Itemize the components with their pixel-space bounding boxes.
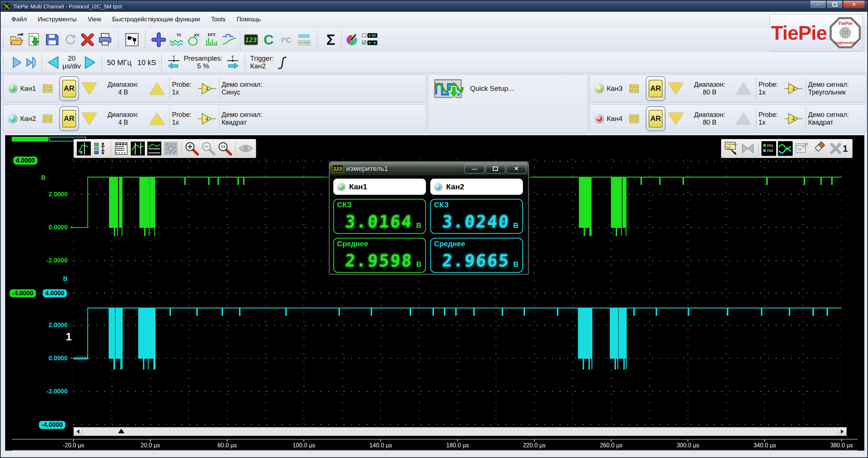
- channel-settings-icon[interactable]: [42, 114, 56, 124]
- range-up-button[interactable]: [736, 83, 751, 94]
- save-button[interactable]: [44, 31, 61, 48]
- toolbar-grip[interactable]: [2, 54, 5, 71]
- title-bar[interactable]: TiePie Multi Channel - Protocol_I2C_5M.t…: [1, 1, 867, 12]
- range-up-button[interactable]: [736, 113, 751, 125]
- zoom-in-button[interactable]: [184, 141, 200, 156]
- zoom-out-button-disabled[interactable]: [201, 141, 216, 156]
- autorange-button[interactable]: AR: [62, 110, 76, 128]
- meter-sink-button[interactable]: 123: [243, 31, 259, 48]
- channel-led[interactable]: [8, 83, 18, 93]
- meter-tab-ch2[interactable]: Кан2: [430, 179, 523, 195]
- refresh-button-disabled[interactable]: [61, 31, 78, 48]
- popout-graph-button-disabled[interactable]: [794, 141, 810, 156]
- meter-window[interactable]: 123 измеритель1 — ✕ Кан1 Кан2 СКЗ 3.0164…: [329, 161, 529, 275]
- menu-instruments[interactable]: Инструменты: [32, 14, 82, 25]
- ch1-axis-tab[interactable]: [12, 137, 49, 142]
- menu-file[interactable]: Файл: [6, 14, 32, 25]
- close-graph-button[interactable]: 1: [827, 141, 850, 156]
- autorange-button[interactable]: AR: [62, 80, 76, 97]
- autorange-button[interactable]: AR: [649, 80, 663, 97]
- xy-graph-button[interactable]: XY: [186, 31, 202, 48]
- load-signal-button[interactable]: [26, 31, 43, 48]
- trigger-level-marker[interactable]: 1: [66, 331, 72, 343]
- ch1-axis-max-badge[interactable]: 4.0000: [13, 157, 37, 165]
- toolbar-grip[interactable]: [2, 31, 5, 48]
- axes-zero-button[interactable]: 0: [76, 141, 92, 156]
- hide-sources-button-disabled[interactable]: [238, 141, 254, 156]
- open-file-button[interactable]: [8, 31, 25, 48]
- channel-led[interactable]: [594, 114, 604, 124]
- meter-minimize-button[interactable]: —: [465, 164, 484, 173]
- toolbar-grip[interactable]: [117, 31, 120, 48]
- timebase-value[interactable]: 20 µs/div: [62, 55, 81, 70]
- legend-button[interactable]: Ch1 Ch2: [761, 141, 776, 156]
- horizontal-cursors-button[interactable]: [147, 141, 162, 156]
- channel-name[interactable]: Кан1: [20, 85, 39, 93]
- object-tree-button[interactable]: [123, 31, 140, 48]
- channel-name[interactable]: Кан4: [607, 115, 626, 123]
- colors-settings-button[interactable]: [344, 31, 361, 48]
- timebase-slower-button[interactable]: [47, 56, 60, 69]
- one-shot-button[interactable]: [25, 56, 36, 69]
- trace-colors-button[interactable]: [778, 141, 793, 156]
- i2c-analyzer-button[interactable]: I²C: [278, 31, 295, 48]
- add-comment-button[interactable]: CommentText: [724, 141, 739, 156]
- autorange-button[interactable]: AR: [649, 110, 663, 128]
- probe-gain-icon[interactable]: -1: [784, 112, 803, 126]
- ch2-axis-min-badge[interactable]: -4.0000: [39, 421, 65, 429]
- zoom-reset-button[interactable]: I:I: [217, 141, 233, 156]
- channel-led[interactable]: [8, 114, 18, 124]
- erase-graph-button[interactable]: [811, 141, 826, 156]
- channel-offsets-button[interactable]: [93, 141, 108, 156]
- trigger-field[interactable]: Trigger: Кан2: [250, 55, 274, 70]
- presamples-field[interactable]: Presamples: 5 %: [184, 55, 223, 70]
- meter-tab-ch1[interactable]: Кан1: [333, 179, 426, 195]
- channel-settings-icon[interactable]: [629, 114, 643, 124]
- delete-button[interactable]: [79, 31, 96, 48]
- yt-graph-button[interactable]: Yt: [168, 31, 185, 48]
- vertical-cursors-button[interactable]: [130, 141, 146, 156]
- demo-signal-field[interactable]: Демо сигнал: Треугольник: [808, 81, 849, 96]
- range-up-button[interactable]: [150, 83, 164, 94]
- probe-field[interactable]: Probe: 1x: [758, 81, 784, 96]
- demo-signal-field[interactable]: Демо сигнал: Квадрат: [222, 111, 262, 126]
- menu-help[interactable]: Помощь: [231, 14, 266, 25]
- toolbar-grip[interactable]: [144, 31, 147, 48]
- sample-rate[interactable]: 50 МГц: [107, 58, 132, 67]
- channel-led[interactable]: [594, 83, 604, 93]
- fft-graph-button[interactable]: FFT: [203, 31, 220, 48]
- timebase-faster-button[interactable]: [84, 56, 96, 69]
- channel-settings-icon[interactable]: [42, 84, 56, 93]
- record-length[interactable]: 10 kS: [137, 58, 156, 67]
- print-button[interactable]: [97, 31, 114, 48]
- scroll-right-button[interactable]: [838, 427, 846, 436]
- probe-field[interactable]: Probe: 1x: [172, 81, 198, 96]
- menu-fast-functions[interactable]: Быстродействующие функции: [107, 14, 205, 25]
- menu-view[interactable]: View: [82, 14, 107, 25]
- channel-settings-icon[interactable]: [629, 84, 643, 93]
- filter-button[interactable]: [221, 31, 238, 48]
- probe-gain-icon[interactable]: -1: [198, 112, 217, 126]
- horizontal-scrollbar[interactable]: [73, 427, 847, 436]
- range-down-button[interactable]: [668, 83, 683, 94]
- presamples-decrease-button[interactable]: T: [167, 55, 181, 70]
- toolbar-grip[interactable]: [316, 31, 319, 48]
- start-button[interactable]: [11, 56, 22, 69]
- add-object-button[interactable]: [150, 31, 167, 48]
- io-toggle-button[interactable]: [362, 31, 379, 48]
- demo-signal-field[interactable]: Демо сигнал: Синус: [222, 81, 262, 96]
- meter-title-bar[interactable]: 123 измеритель1 — ✕: [330, 162, 528, 175]
- c-function-button[interactable]: C: [260, 31, 277, 48]
- sum-function-button[interactable]: Σ: [322, 31, 339, 48]
- range-down-button[interactable]: [668, 113, 683, 125]
- trigger-rising-edge-icon[interactable]: [277, 54, 288, 71]
- menu-tools[interactable]: Tools: [205, 14, 231, 25]
- channel-name[interactable]: Кан3: [607, 85, 626, 93]
- maximize-button[interactable]: [826, 1, 843, 8]
- range-down-button[interactable]: [82, 113, 97, 125]
- meter-maximize-button[interactable]: [485, 164, 505, 173]
- value-table-button[interactable]: [114, 141, 129, 156]
- ch2-axis-max-badge[interactable]: 4.0000: [43, 289, 67, 297]
- minimize-button[interactable]: —: [810, 1, 826, 8]
- zoom-region-button-disabled[interactable]: [163, 141, 179, 156]
